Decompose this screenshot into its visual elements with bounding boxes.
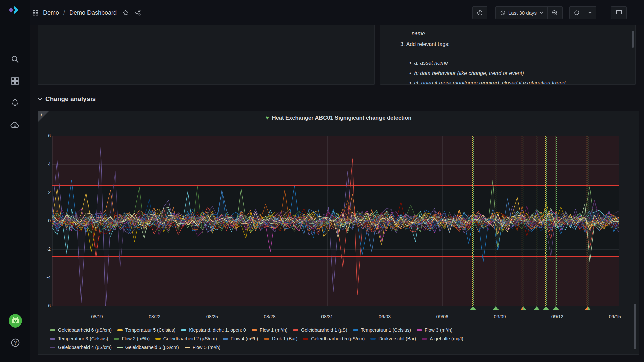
legend-item[interactable]: A-gehalte (mg/l): [422, 336, 463, 341]
info-icon: [473, 7, 487, 19]
sidebar: ?: [0, 0, 30, 362]
page-scrollbar-thumb[interactable]: [634, 304, 636, 349]
share-icon[interactable]: [135, 9, 141, 16]
time-range-label: Last 30 days: [508, 10, 537, 16]
alerting-bell-icon[interactable]: [9, 97, 21, 108]
legend-series-label: Klepstand, dicht: 1, open: 0: [189, 327, 246, 333]
search-icon[interactable]: [9, 54, 21, 65]
chart-panel: i ♥ Heat Exchanger ABC01 Signigicant cha…: [38, 111, 639, 355]
legend-series-color: [303, 338, 308, 340]
legend-series-color: [117, 347, 123, 348]
notes-bullet-a: • a: asset name: [409, 60, 448, 66]
notes-line-name: name: [412, 31, 425, 37]
legend-item[interactable]: Temperatuur 3 (Celsius): [50, 336, 108, 341]
legend-series-color: [117, 329, 123, 331]
green-heart-icon: ♥: [266, 115, 269, 121]
x-tick-label: 08/31: [314, 314, 341, 319]
legend-series-label: Temperatuur 5 (Celsius): [125, 327, 175, 333]
empty-panel: [38, 25, 375, 85]
legend-item[interactable]: Geleidbaarheid 2 (µS/cm): [155, 336, 217, 341]
notes-bullet-b: • b: data behaviour (like change, trend …: [409, 70, 524, 76]
legend-series-color: [114, 338, 119, 340]
kiosk-mode-button[interactable]: [611, 6, 627, 19]
y-tick-label: -6: [38, 303, 51, 308]
legend-series-label: Geleidbaarheid 2 (µS/cm): [163, 336, 217, 341]
legend-series-color: [252, 329, 257, 331]
legend-series-color: [50, 329, 55, 331]
legend-series-label: Temperatuur 3 (Celsius): [58, 336, 108, 341]
dashboards-grid-icon[interactable]: [32, 10, 39, 16]
legend-item[interactable]: Drukverschil (Bar): [370, 336, 416, 341]
legend-item[interactable]: Flow 2 (m³/h): [114, 336, 149, 341]
chart-legend: Geleidbaarheid 6 (µS/cm)Temperatuur 5 (C…: [50, 325, 627, 352]
dashboard-toolbar: Last 30 days: [472, 6, 627, 19]
legend-series-color: [50, 347, 55, 348]
legend-item[interactable]: Temperatuur 5 (Celsius): [117, 327, 175, 333]
cloud-alert-icon[interactable]: [9, 119, 21, 131]
legend-item[interactable]: Geleidbaarheid 6 (µS/cm): [50, 327, 112, 333]
row-change-analysis[interactable]: Change analysis: [38, 94, 96, 104]
legend-item[interactable]: Geleidbaarheid 5 (µS/cm): [303, 336, 365, 341]
chart-canvas[interactable]: [52, 136, 619, 311]
legend-series-label: Geleidbaarheid 4 (µS/cm): [58, 345, 112, 350]
legend-series-label: Druk 1 (Bar): [272, 336, 297, 341]
legend-item[interactable]: Flow 5 (m³/h): [185, 345, 220, 350]
x-tick-label: 08/25: [198, 314, 225, 319]
info-button[interactable]: [472, 6, 487, 19]
notes-bullet-ct: • ct: open if more monitoring required, …: [409, 80, 565, 85]
monitor-icon: [611, 7, 626, 19]
app-logo-icon[interactable]: [8, 3, 21, 17]
legend-series-label: Drukverschil (Bar): [378, 336, 416, 341]
dashboards-icon[interactable]: [9, 75, 21, 87]
legend-series-label: Geleidbaarheid 5 (µS/cm): [125, 345, 179, 350]
legend-series-color: [264, 338, 269, 340]
x-tick-label: 08/28: [256, 314, 283, 319]
help-icon[interactable]: ?: [10, 338, 20, 348]
star-icon[interactable]: [122, 9, 129, 16]
legend-series-label: Geleidbaarheid 5 (µS/cm): [311, 336, 365, 341]
legend-series-color: [293, 329, 298, 331]
grafana-dashboard: ? Demo / Demo Dashboard: [0, 0, 644, 362]
panel-title-row[interactable]: ♥ Heat Exchanger ABC01 Signigicant chang…: [38, 115, 639, 121]
time-range-button[interactable]: Last 30 days: [496, 7, 547, 19]
y-tick-label: 4: [38, 161, 51, 167]
legend-series-label: Flow 5 (m³/h): [193, 345, 220, 350]
panel-scrollbar-thumb[interactable]: [632, 31, 634, 48]
legend-series-color: [353, 329, 358, 331]
refresh-button[interactable]: [570, 7, 584, 19]
legend-series-color: [185, 347, 190, 348]
notes-text-panel: name 3. Add relevant tags: • a: asset na…: [380, 25, 636, 85]
x-tick-label: 09/09: [486, 314, 513, 319]
x-tick-label: 09/03: [371, 314, 398, 319]
legend-item[interactable]: Flow 4 (m³/h): [223, 336, 258, 341]
breadcrumb-separator: /: [63, 9, 65, 16]
zoom-out-button[interactable]: [547, 7, 562, 19]
time-picker-group: Last 30 days: [495, 6, 563, 19]
y-tick-label: 6: [38, 133, 51, 138]
user-avatar[interactable]: [9, 314, 22, 328]
legend-series-color: [50, 338, 55, 340]
legend-series-color: [422, 338, 427, 340]
legend-item[interactable]: Geleidbaarheid 1 (µS): [293, 327, 347, 333]
notes-numbered-item: 3. Add relevant tags:: [400, 41, 450, 47]
clock-icon: [500, 10, 506, 16]
y-tick-label: 0: [38, 218, 51, 223]
legend-item[interactable]: Klepstand, dicht: 1, open: 0: [181, 327, 246, 333]
legend-item[interactable]: Geleidbaarheid 4 (µS/cm): [50, 345, 112, 350]
legend-series-label: Temperatuur 1 (Celsius): [361, 327, 411, 333]
x-tick-label: 08/22: [141, 314, 168, 319]
legend-item[interactable]: Flow 1 (m³/h): [252, 327, 287, 333]
legend-item[interactable]: Flow 3 (m³/h): [417, 327, 452, 333]
x-tick-label: 09/12: [544, 314, 571, 319]
chevron-down-icon: [38, 98, 42, 101]
legend-item[interactable]: Temperatuur 1 (Celsius): [353, 327, 411, 333]
legend-series-label: Flow 4 (m³/h): [231, 336, 258, 341]
breadcrumb-root[interactable]: Demo: [43, 9, 59, 16]
refresh-interval-button[interactable]: [584, 7, 596, 19]
legend-item[interactable]: Druk 1 (Bar): [264, 336, 297, 341]
legend-item[interactable]: Geleidbaarheid 5 (µS/cm): [117, 345, 179, 350]
legend-series-color: [181, 329, 186, 331]
y-tick-label: -4: [38, 275, 51, 280]
x-tick-label: 09/06: [429, 314, 456, 319]
breadcrumb-current[interactable]: Demo Dashboard: [69, 9, 117, 16]
